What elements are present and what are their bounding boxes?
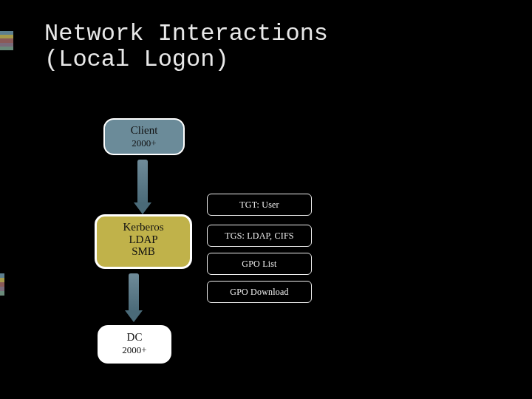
tag-gpo-list: GPO List	[207, 253, 312, 275]
node-dc: DC 2000+	[98, 325, 171, 364]
slide: Network Interactions (Local Logon) Clien…	[0, 0, 532, 399]
node-dc-sub: 2000+	[99, 345, 170, 355]
arrow-middle-to-dc	[129, 273, 139, 312]
accent-stripe-mid	[0, 273, 4, 296]
tag-tgt-user: TGT: User	[207, 194, 312, 216]
node-client-sub: 2000+	[105, 138, 183, 149]
arrow-client-to-middle	[137, 160, 148, 204]
node-middle-l1: Kerberos	[97, 221, 190, 233]
node-middle-l2: LDAP	[97, 233, 190, 246]
tag-gpo-download: GPO Download	[207, 281, 312, 303]
tag-tgs-ldap-cifs: TGS: LDAP, CIFS	[207, 225, 312, 247]
node-client-label: Client	[105, 124, 183, 137]
accent-stripe-top	[0, 31, 13, 50]
node-middle: Kerberos LDAP SMB	[95, 214, 192, 269]
node-middle-l3: SMB	[97, 245, 190, 258]
node-dc-label: DC	[99, 331, 170, 344]
node-client: Client 2000+	[103, 118, 185, 155]
slide-title: Network Interactions (Local Logon)	[44, 21, 328, 72]
